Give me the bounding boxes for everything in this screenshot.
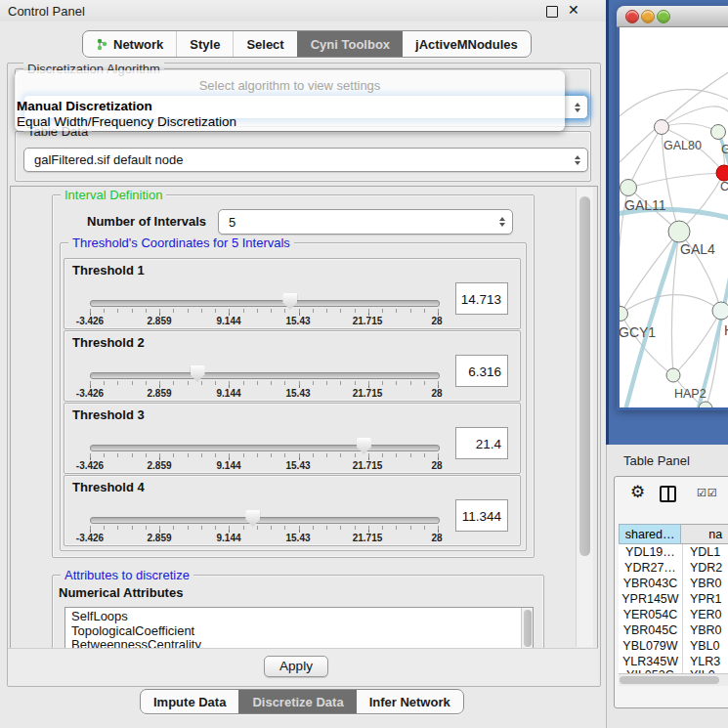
apply-strip: Apply — [8, 648, 598, 685]
node-gal11 — [621, 180, 637, 196]
cytoscape-ui: Control Panel ✕ Network Style Select Cyn… — [0, 0, 728, 728]
combo-spinner-icon — [499, 217, 505, 227]
node-label: H — [724, 322, 728, 338]
list-item[interactable]: TopologicalCoefficient — [65, 622, 533, 637]
list-item[interactable]: SelfLoops — [65, 608, 533, 622]
mac-zoom-button[interactable] — [657, 10, 670, 23]
column-header-name[interactable]: na — [681, 524, 728, 544]
threshold-3-label: Threshold 3 — [72, 407, 145, 422]
table-horizontal-scrollbar[interactable] — [619, 673, 728, 686]
thresholds-group-label: Threshold's Coordinates for 5 Intervals — [68, 236, 294, 250]
threshold-2-value-field[interactable]: 6.316 — [455, 355, 508, 387]
threshold-4-slider-thumb[interactable] — [245, 510, 260, 527]
network-desktop: GAL80 GA C GAL11 GAL4 GCY1 H HAP2 — [606, 0, 728, 446]
table-row[interactable]: YBL079WYBL0 — [619, 638, 728, 654]
threshold-2-slider-thumb[interactable] — [191, 365, 205, 382]
threshold-2-label: Threshold 2 — [72, 335, 145, 350]
threshold-3-slider-thumb[interactable] — [357, 438, 371, 454]
threshold-3-panel: Threshold 3 -3.426 2.859 9.144 15.43 21.… — [64, 403, 521, 474]
attributes-group-label: Attributes to discretize — [61, 568, 193, 582]
tab-discretize-data[interactable]: Discretize Data — [238, 690, 356, 713]
control-panel: Control Panel ✕ Network Style Select Cyn… — [0, 0, 607, 728]
table-row[interactable]: YDR27…YDR2 — [619, 560, 728, 576]
algorithm-popup: Select algorithm to view settings Manual… — [15, 70, 565, 131]
mac-minimize-button[interactable] — [641, 10, 655, 23]
tab-select[interactable]: Select — [233, 31, 296, 57]
numerical-attributes-list[interactable]: SelfLoops TopologicalCoefficient Between… — [64, 607, 534, 649]
popup-hint: Select algorithm to view settings — [15, 78, 565, 93]
threshold-2-slider-track[interactable] — [90, 372, 440, 379]
bottom-tabbar: Impute Data Discretize Data Infer Networ… — [140, 689, 464, 714]
popup-option-equal-width-frequency[interactable]: Equal Width/Frequency Discretization — [17, 114, 236, 129]
list-scrollbar[interactable] — [521, 608, 533, 649]
apply-button[interactable]: Apply — [264, 656, 328, 677]
tab-style[interactable]: Style — [176, 31, 233, 57]
tab-cyni-toolbox[interactable]: Cyni Toolbox — [297, 31, 403, 57]
network-view-window[interactable]: GAL80 GA C GAL11 GAL4 GCY1 H HAP2 — [617, 6, 728, 410]
node-label: C — [720, 180, 728, 193]
attributes-group: Attributes to discretize Numerical Attri… — [52, 575, 544, 649]
node-label: GA — [721, 143, 728, 156]
threshold-1-slider-thumb[interactable] — [282, 293, 297, 310]
table-panel-title: Table Panel — [623, 453, 690, 468]
node-ga — [711, 125, 726, 140]
network-tab-icon — [96, 38, 108, 51]
split-columns-icon[interactable] — [660, 486, 676, 502]
node-table: shared… na YDL19…YDL1 YDR27…YDR2 YBR043C… — [619, 524, 728, 681]
node-gcy1 — [620, 307, 628, 321]
tab-infer-network[interactable]: Infer Network — [357, 690, 463, 713]
threshold-1-label: Threshold 1 — [72, 263, 145, 278]
table-row[interactable]: YDL19…YDL1 — [619, 544, 728, 560]
mac-close-button[interactable] — [625, 10, 639, 23]
node-h — [712, 302, 728, 320]
table-panel: Table Panel ⚙ ☑☑ shared… na YDL19…YDL1 Y… — [606, 445, 728, 728]
threshold-1-panel: Threshold 1 -3.426 2.859 9.144 15.43 21.… — [64, 258, 521, 329]
control-panel-titlebar: Control Panel ✕ — [0, 0, 606, 21]
gear-icon[interactable]: ⚙ — [630, 484, 645, 500]
number-of-intervals-label: Number of Intervals — [87, 214, 206, 229]
network-canvas[interactable]: GAL80 GA C GAL11 GAL4 GCY1 H HAP2 — [620, 27, 728, 407]
tab-network[interactable]: Network — [83, 31, 176, 57]
table-row[interactable]: YBR045CYBR0 — [619, 622, 728, 638]
table-row[interactable]: YLR345WYLR3 — [619, 654, 728, 669]
table-data-combobox[interactable]: galFiltered.sif default node — [23, 148, 588, 172]
close-icon[interactable]: ✕ — [568, 2, 579, 18]
control-panel-tabbar: Network Style Select Cyni Toolbox jActiv… — [82, 30, 532, 58]
table-row[interactable]: YPR145WYPR1 — [619, 591, 728, 607]
table-row[interactable]: YBR043CYBR0 — [619, 576, 728, 591]
tab-impute-data[interactable]: Impute Data — [141, 690, 238, 713]
network-window-titlebar[interactable] — [617, 6, 728, 27]
table-row[interactable]: YER054CYER0 — [619, 607, 728, 622]
threshold-1-slider-track[interactable] — [90, 300, 440, 307]
combo-spinner-icon — [575, 103, 580, 112]
table-panel-box: ⚙ ☑☑ shared… na YDL19…YDL1 YDR27…YDR2 YB… — [614, 476, 728, 708]
node-label: GCY1 — [620, 324, 656, 340]
column-checkboxes-icon[interactable]: ☑☑ — [697, 487, 718, 499]
settings-scroll-area: Interval Definition Number of Intervals … — [10, 186, 598, 649]
threshold-4-slider-track[interactable] — [90, 517, 440, 524]
threshold-3-slider-track[interactable] — [90, 445, 440, 451]
threshold-4-label: Threshold 4 — [72, 480, 145, 494]
number-of-intervals-combobox[interactable]: 5 — [218, 209, 513, 235]
threshold-1-value-field[interactable]: 14.713 — [455, 282, 508, 315]
numerical-attributes-label: Numerical Attributes — [59, 585, 183, 600]
node-hap2 — [666, 368, 680, 382]
node-gal4 — [668, 221, 690, 242]
column-header-shared-name[interactable]: shared… — [619, 524, 681, 544]
node-red — [716, 165, 728, 181]
table-header-row: shared… na — [619, 524, 728, 544]
node-label: GAL4 — [680, 241, 715, 257]
node-label: GAL11 — [624, 197, 666, 213]
settings-scrollbar[interactable] — [576, 188, 593, 647]
float-window-icon[interactable] — [546, 6, 558, 18]
interval-definition-label: Interval Definition — [61, 188, 166, 202]
threshold-3-value-field[interactable]: 21.4 — [455, 427, 508, 459]
combo-spinner-icon — [575, 155, 580, 165]
popup-option-manual-discretization[interactable]: Manual Discretization — [17, 99, 152, 113]
threshold-4-value-field[interactable]: 11.344 — [455, 499, 508, 532]
threshold-2-panel: Threshold 2 -3.426 2.859 9.144 15.43 21.… — [64, 330, 521, 402]
node-label: GAL80 — [664, 139, 702, 152]
node-gal80 — [655, 120, 669, 135]
node-label: HAP2 — [674, 387, 707, 401]
tab-jactivemnodules[interactable]: jActiveMNodules — [403, 31, 531, 57]
